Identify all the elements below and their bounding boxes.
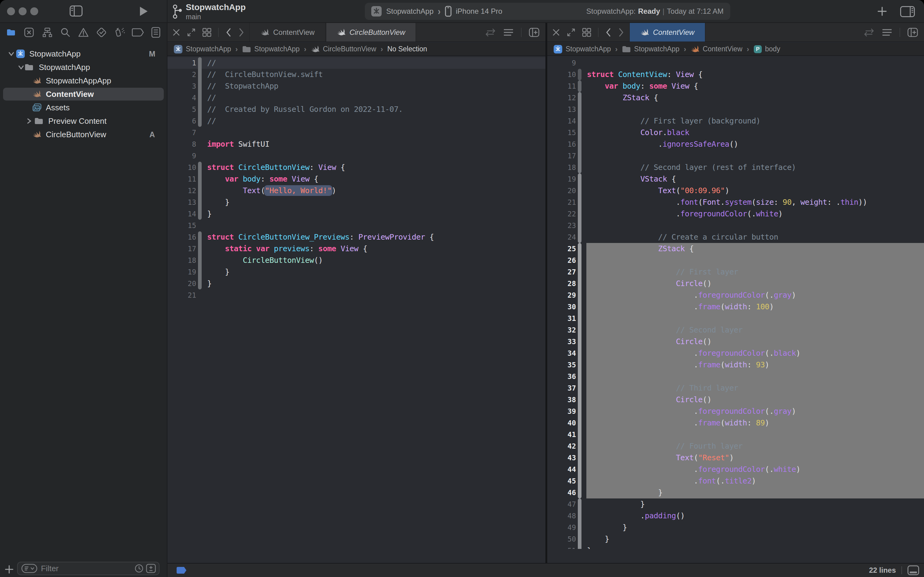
breadcrumb-item[interactable]: No Selection bbox=[387, 45, 427, 53]
minimize-window-button[interactable] bbox=[19, 7, 27, 15]
focus-editor-icon[interactable] bbox=[567, 28, 575, 37]
code-line: } bbox=[587, 545, 592, 549]
line-number: 32 bbox=[547, 324, 576, 336]
line-number: 1 bbox=[167, 57, 196, 69]
line-number: 46 bbox=[547, 487, 576, 498]
line-number: 50 bbox=[547, 533, 576, 545]
code-line: struct CircleButtonView: View { bbox=[207, 162, 345, 173]
line-number: 18 bbox=[167, 255, 196, 266]
code-line: // First layer bbox=[587, 266, 738, 278]
zoom-window-button[interactable] bbox=[30, 7, 38, 15]
line-number: 16 bbox=[547, 139, 576, 150]
sidebar-item-preview-content[interactable]: Preview Content bbox=[0, 114, 167, 128]
branch-name[interactable]: main bbox=[186, 13, 201, 21]
code-editor[interactable]: 910struct ContentView: View {11 var body… bbox=[547, 56, 924, 549]
close-editor-icon[interactable] bbox=[552, 28, 560, 36]
scheme-target[interactable]: StopwatchApp bbox=[386, 7, 434, 16]
line-number: 6 bbox=[167, 115, 196, 127]
filter-input[interactable]: Filter bbox=[17, 562, 159, 575]
recent-files-clock-icon[interactable] bbox=[134, 564, 143, 573]
library-plus-button[interactable] bbox=[877, 7, 887, 16]
code-line: static var previews: some View { bbox=[207, 243, 367, 255]
breakpoint-navigator-icon[interactable] bbox=[131, 26, 145, 39]
breadcrumb-item[interactable]: StopwatchApp bbox=[634, 45, 679, 53]
find-navigator-icon[interactable] bbox=[59, 26, 72, 39]
line-number: 7 bbox=[167, 127, 196, 139]
go-back-icon[interactable] bbox=[605, 28, 612, 37]
tab-circlebuttonview[interactable]: CircleButtonView bbox=[326, 23, 416, 42]
code-line: } bbox=[207, 266, 229, 278]
breadcrumb-separator: › bbox=[747, 45, 749, 53]
source-control-status-filter-icon[interactable] bbox=[146, 564, 156, 573]
report-navigator-icon[interactable] bbox=[149, 26, 163, 39]
related-items-icon[interactable] bbox=[202, 28, 211, 37]
issue-navigator-icon[interactable] bbox=[77, 26, 90, 39]
editor-bottom-panel-icon[interactable] bbox=[908, 566, 919, 575]
scheme-selector[interactable]: StopwatchApp › iPhone 14 Pro StopwatchAp… bbox=[365, 3, 730, 20]
related-items-icon[interactable] bbox=[582, 28, 591, 37]
code-editor[interactable]: 1//2// CircleButtonView.swift3// Stopwat… bbox=[167, 56, 546, 549]
go-forward-icon[interactable] bbox=[618, 28, 624, 37]
breadcrumb-separator: › bbox=[615, 45, 618, 53]
tab-contentview[interactable]: ContentView bbox=[629, 23, 705, 42]
adjust-editor-options-icon[interactable] bbox=[503, 28, 514, 37]
focus-editor-icon[interactable] bbox=[187, 28, 196, 37]
sidebar-item-stopwatchappapp[interactable]: StopwatchAppApp bbox=[0, 74, 167, 87]
project-navigator-icon[interactable] bbox=[4, 26, 18, 39]
sidebar-item-stopwatchapp[interactable]: StopwatchApp bbox=[0, 61, 167, 74]
activity-status[interactable]: StopwatchApp: Ready | Today at 7:12 AM bbox=[586, 7, 724, 16]
line-number: 26 bbox=[547, 255, 576, 266]
sidebar-item-assets[interactable]: Assets bbox=[0, 101, 167, 114]
scheme-device[interactable]: iPhone 14 Pro bbox=[456, 7, 502, 16]
code-line: VStack { bbox=[587, 173, 676, 185]
add-editor-icon[interactable] bbox=[908, 28, 918, 37]
line-number: 40 bbox=[547, 417, 576, 429]
toggle-sidebar-icon[interactable] bbox=[70, 5, 82, 16]
breadcrumb-item[interactable]: CircleButtonView bbox=[323, 45, 377, 53]
sidebar-item-contentview[interactable]: ContentView bbox=[0, 87, 167, 101]
breadcrumb-item[interactable]: StopwatchApp bbox=[186, 45, 231, 53]
adjust-editor-options-icon[interactable] bbox=[882, 28, 892, 37]
breadcrumb-item[interactable]: StopwatchApp bbox=[566, 45, 611, 53]
source-control-navigator-icon[interactable] bbox=[22, 26, 36, 39]
bottombar-divider bbox=[901, 566, 902, 574]
breakpoint-indicator-icon[interactable] bbox=[177, 567, 187, 574]
code-line: .foregroundColor(.black) bbox=[587, 348, 800, 359]
run-button[interactable] bbox=[139, 6, 148, 16]
add-file-button[interactable] bbox=[5, 565, 13, 574]
tab-contentview[interactable]: ContentView bbox=[250, 23, 326, 42]
code-line: } bbox=[587, 533, 609, 545]
code-review-icon[interactable] bbox=[485, 28, 496, 37]
line-number: 9 bbox=[547, 57, 576, 69]
line-number: 3 bbox=[167, 81, 196, 92]
breadcrumb-item[interactable]: body bbox=[765, 45, 781, 53]
sidebar-item-stopwatchapp[interactable]: StopwatchAppM bbox=[0, 47, 167, 61]
breadcrumb-item[interactable]: ContentView bbox=[703, 45, 742, 53]
close-editor-icon[interactable] bbox=[172, 28, 180, 36]
sidebar-item-circlebuttonview[interactable]: CircleButtonViewA bbox=[0, 128, 167, 141]
debug-navigator-icon[interactable] bbox=[113, 26, 127, 39]
line-number: 29 bbox=[547, 289, 576, 301]
editor-layout-icon[interactable] bbox=[900, 6, 915, 17]
code-line: } bbox=[207, 208, 212, 220]
breadcrumb-item[interactable]: StopwatchApp bbox=[254, 45, 299, 53]
filter-icon[interactable] bbox=[21, 564, 37, 573]
code-line: struct CircleButtonView_Previews: Previe… bbox=[207, 231, 434, 243]
line-number: 4 bbox=[167, 92, 196, 103]
go-forward-icon[interactable] bbox=[238, 28, 245, 37]
test-navigator-icon[interactable] bbox=[95, 26, 108, 39]
code-line: Text("Hello, World!") bbox=[207, 185, 336, 197]
code-line: .frame(width: 89) bbox=[587, 417, 769, 429]
project-title[interactable]: StopwatchApp bbox=[186, 2, 246, 12]
swift-gray-icon bbox=[311, 45, 320, 53]
line-number: 10 bbox=[547, 69, 576, 81]
add-editor-icon[interactable] bbox=[529, 28, 539, 37]
tab-label: ContentView bbox=[273, 28, 315, 37]
code-line: .foregroundColor(.white) bbox=[587, 464, 800, 475]
close-window-button[interactable] bbox=[7, 7, 15, 15]
breadcrumb-separator: › bbox=[304, 45, 306, 53]
code-line: } bbox=[587, 498, 645, 510]
symbol-navigator-icon[interactable] bbox=[41, 26, 54, 39]
code-review-icon[interactable] bbox=[863, 28, 874, 37]
go-back-icon[interactable] bbox=[225, 28, 232, 37]
